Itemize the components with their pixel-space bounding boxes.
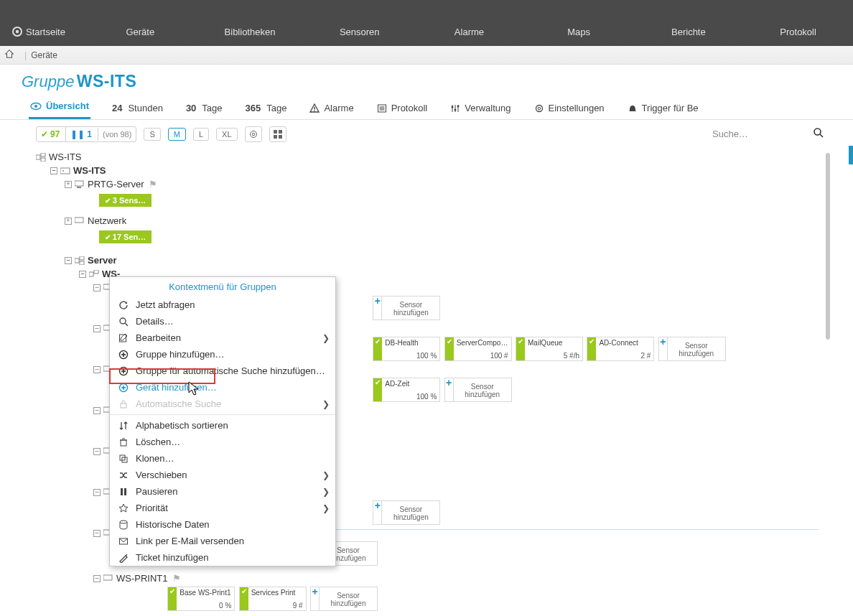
svg-rect-31	[75, 181, 83, 186]
context-menu-item-label: Gruppe für automatische Suche hinzufügen…	[136, 365, 325, 376]
search-icon[interactable]	[813, 127, 824, 141]
add-sensor-button[interactable]: +Sensor hinzufügen	[658, 337, 726, 361]
search-input[interactable]	[709, 126, 824, 143]
sensor-tile[interactable]: ✔AD-Zeit100 %	[373, 378, 440, 402]
flag-icon[interactable]: ⚑	[172, 573, 181, 584]
nav-geraete[interactable]: Geräte	[85, 22, 195, 40]
context-menu-item[interactable]: Alphabetisch sortieren	[110, 417, 335, 434]
home-icon[interactable]	[4, 49, 14, 61]
svg-rect-38	[94, 270, 98, 274]
context-menu-item[interactable]: Gruppe hinzufügen…	[110, 346, 335, 363]
nav-startseite[interactable]: Startseite	[0, 22, 85, 40]
size-s[interactable]: S	[144, 128, 160, 141]
context-menu-item[interactable]: Bearbeiten❯	[110, 330, 335, 346]
collapse-toggle[interactable]: –	[93, 366, 101, 373]
collapse-toggle[interactable]: –	[50, 167, 57, 174]
sensor-tile[interactable]: ✔MailQueue5 #/h	[516, 337, 583, 361]
collapse-toggle[interactable]: –	[93, 407, 101, 414]
tab-uebersicht[interactable]: Übersicht	[29, 96, 90, 119]
plus-circle-icon	[118, 350, 129, 360]
flag-icon[interactable]: ⚑	[149, 179, 157, 190]
collapse-toggle[interactable]: –	[93, 284, 101, 291]
nav-label: Startseite	[26, 27, 65, 37]
tab-alarme[interactable]: Alarme	[308, 98, 355, 119]
sensor-tile[interactable]: ✔AD-Connect2 #	[587, 337, 654, 361]
collapse-toggle[interactable]: –	[93, 530, 101, 537]
chevron-right-icon: ❯	[322, 487, 330, 497]
svg-point-48	[120, 318, 126, 324]
nav-alarme[interactable]: Alarme	[414, 22, 524, 40]
nav-protokoll[interactable]: Protokoll	[743, 22, 853, 40]
nav-maps[interactable]: Maps	[524, 22, 634, 40]
nav-berichte[interactable]: Berichte	[634, 22, 744, 40]
collapse-toggle[interactable]: –	[93, 575, 101, 582]
chevron-right-icon: ❯	[322, 333, 330, 343]
gear-icon	[248, 129, 258, 139]
collapse-toggle[interactable]: –	[93, 489, 101, 496]
sensor-badge[interactable]: 17 Sen…	[99, 230, 152, 243]
size-l[interactable]: L	[193, 128, 209, 141]
probe-node[interactable]: – WS-ITS	[50, 164, 853, 177]
tab-einstellungen[interactable]: Einstellungen	[533, 98, 606, 119]
collapse-toggle[interactable]: –	[79, 271, 86, 278]
group-root[interactable]: WS-ITS	[36, 150, 853, 164]
tab-trigger[interactable]: Trigger für Be	[626, 98, 700, 119]
expand-toggle[interactable]: +	[65, 181, 72, 188]
context-menu-item[interactable]: Pausieren❯	[110, 483, 335, 500]
collapse-toggle[interactable]: –	[65, 257, 72, 264]
context-menu-item[interactable]: Verschieben❯	[110, 467, 335, 483]
size-m[interactable]: M	[168, 128, 186, 141]
sensor-tile[interactable]: ✔DB-Health100 %	[373, 337, 440, 361]
home-circle-icon	[11, 26, 23, 37]
chevron-right-icon: ❯	[322, 399, 330, 409]
add-sensor-button[interactable]: +Sensor hinzufügen	[373, 296, 440, 320]
sensor-tile[interactable]: ✔Services Print9 #	[239, 587, 307, 611]
svg-point-3	[34, 105, 37, 108]
context-menu-item-label: Details…	[136, 316, 174, 327]
tab-30d[interactable]: 30Tage	[185, 98, 224, 119]
context-menu-item[interactable]: Details…	[110, 313, 335, 330]
context-menu-item[interactable]: Gerät hinzufügen…	[110, 379, 335, 396]
context-menu-item[interactable]: Jetzt abfragen	[110, 297, 335, 313]
sensor-tile[interactable]: ✔ServerCompon…100 #	[444, 337, 512, 361]
nav-bibliotheken[interactable]: Bibliotheken	[195, 22, 305, 40]
context-menu-item[interactable]: Ticket hinzufügen	[110, 549, 335, 566]
group-server[interactable]: – Server	[65, 253, 853, 267]
context-menu: Kontextmenü für Gruppen Jetzt abfragenDe…	[109, 276, 336, 566]
add-sensor-button[interactable]: +Sensor hinzufügen	[444, 378, 512, 402]
bell-icon	[628, 103, 638, 113]
add-sensor-button[interactable]: +Sensor hinzufügen	[310, 587, 378, 611]
grid-view-button[interactable]	[269, 126, 286, 142]
tab-verwaltung[interactable]: Verwaltung	[449, 98, 512, 119]
svg-rect-28	[41, 158, 45, 162]
context-menu-item[interactable]: Löschen…	[110, 434, 335, 450]
expand-toggle[interactable]: +	[65, 218, 72, 225]
size-xl[interactable]: XL	[216, 128, 237, 141]
scrollbar-thumb[interactable]	[826, 153, 830, 340]
sensor-count-pill[interactable]: ✔ 97 ❚❚ 1 (von 98)	[36, 126, 136, 142]
tab-365d[interactable]: 365Tage	[244, 98, 289, 119]
settings-icon-button[interactable]	[245, 126, 262, 142]
collapse-toggle[interactable]: –	[93, 448, 101, 455]
device-netzwerk[interactable]: + Netzwerk	[65, 214, 853, 228]
tab-protokoll[interactable]: Protokoll	[376, 98, 429, 119]
collapse-toggle[interactable]: –	[93, 325, 101, 332]
tab-24h[interactable]: 24Stunden	[111, 98, 164, 119]
context-menu-item[interactable]: Gruppe für automatische Suche hinzufügen…	[110, 363, 335, 379]
svg-rect-22	[274, 135, 277, 139]
context-menu-item[interactable]: Klonen…	[110, 450, 335, 467]
breadcrumb-item[interactable]: Geräte	[31, 50, 57, 60]
sensor-tile[interactable]: ✔Base WS-Print10 %	[167, 587, 235, 611]
device-wsprint1[interactable]: – WS-PRINT1 ⚑	[93, 571, 853, 585]
context-menu-item-label: Löschen…	[136, 437, 180, 447]
grid-icon	[273, 129, 283, 139]
context-menu-item[interactable]: Link per E-Mail versenden	[110, 533, 335, 549]
nav-sensoren[interactable]: Sensoren	[304, 22, 414, 40]
add-sensor-button[interactable]: +Sensor hinzufügen	[373, 500, 440, 525]
context-menu-item-label: Verschieben	[136, 470, 187, 480]
sensor-badge[interactable]: 3 Sens…	[99, 194, 152, 207]
context-menu-item[interactable]: Priorität❯	[110, 500, 335, 516]
lock-icon	[118, 399, 129, 409]
device-prtg[interactable]: + PRTG-Server ⚑	[65, 177, 853, 191]
context-menu-item[interactable]: Historische Daten	[110, 516, 335, 533]
